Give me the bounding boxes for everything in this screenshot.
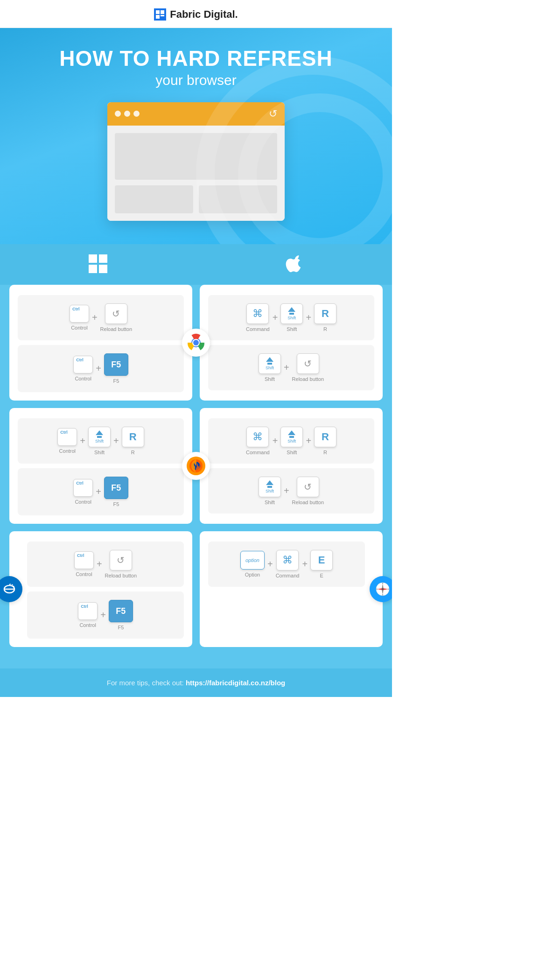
f5-caption: F5 — [113, 378, 119, 384]
footer: For more tips, check out: https://fabric… — [0, 668, 392, 697]
plus-4: + — [306, 312, 311, 323]
firefox-mac-row2: Shift Shift + ↺ Reload button — [208, 468, 374, 514]
shift-caption-1: Shift — [287, 326, 297, 332]
f5-key-text: F5 — [111, 360, 121, 369]
svg-rect-3 — [161, 15, 164, 16]
safari-logo-circle — [370, 576, 392, 602]
firefox-logo-center — [182, 452, 210, 480]
plus-3: + — [273, 312, 278, 323]
chrome-windows-panel: Ctrl Control + ↺ Reload button — [9, 285, 192, 401]
ctrl-caption-ff: Control — [59, 448, 76, 454]
chrome-win-row1: Ctrl Control + ↺ Reload button — [18, 295, 184, 340]
plus-2: + — [96, 363, 101, 374]
browser-dot-2 — [124, 111, 130, 117]
firefox-win-row1: Ctrl Control + Shift — [18, 418, 184, 464]
windows-icon — [0, 253, 196, 277]
chrome-row: Ctrl Control + ↺ Reload button — [9, 285, 383, 401]
reload-caption-2: Reload button — [292, 376, 324, 382]
svg-rect-2 — [156, 15, 160, 19]
chrome-mac-panel: ⌘ Command + Shift Shift — [200, 285, 383, 401]
logo: Fabric Digital. — [154, 8, 238, 21]
hero-section: HOW TO HARD REFRESH your browser ↺ — [0, 28, 392, 244]
shift-caption-2: Shift — [265, 376, 275, 382]
cmd-caption-1: Command — [246, 326, 270, 332]
browser-dot-1 — [115, 111, 121, 117]
reload-icon-key-2: ↺ — [304, 358, 312, 369]
svg-rect-0 — [156, 10, 160, 14]
shift-label-1: Shift — [287, 316, 296, 320]
footer-text: For more tips, check out: — [107, 679, 186, 687]
ie-win-row2: Ctrl Control + F5 F5 — [27, 591, 184, 639]
logo-icon — [154, 8, 166, 21]
plus-1: + — [92, 312, 98, 323]
reload-caption: Reload button — [100, 326, 133, 332]
svg-point-22 — [382, 588, 384, 590]
plus-5: + — [284, 362, 289, 373]
windows-col — [0, 253, 196, 285]
svg-rect-4 — [89, 254, 97, 263]
chrome-logo-center — [182, 329, 210, 357]
ie-windows-panel: Ctrl Control + ↺ Reload button — [9, 531, 192, 647]
chrome-win-row2: Ctrl Control + F5 F5 — [18, 345, 184, 392]
logo-text: Fabric Digital. — [170, 8, 238, 21]
firefox-mac-panel: ⌘ Command + Shift Shift — [200, 408, 383, 524]
chrome-mac-row1: ⌘ Command + Shift Shift — [208, 295, 374, 340]
cmd-icon-1: ⌘ — [252, 308, 263, 320]
svg-rect-6 — [89, 265, 97, 273]
ctrl-label: Ctrl — [72, 307, 80, 311]
browser-dots — [115, 111, 140, 117]
ctrl-caption-2: Control — [75, 376, 91, 381]
reload-icon-key: ↺ — [112, 308, 120, 319]
safari-mac-panel: option Option + ⌘ Command + E — [200, 531, 383, 647]
safari-mac-row1: option Option + ⌘ Command + E — [208, 542, 365, 587]
svg-rect-1 — [161, 10, 164, 14]
shift-label-2: Shift — [266, 366, 274, 370]
firefox-mac-row1: ⌘ Command + Shift Shift — [208, 418, 374, 464]
firefox-row: Ctrl Control + Shift — [9, 408, 383, 524]
os-icons-row — [0, 244, 392, 285]
ctrl-label-2: Ctrl — [76, 358, 84, 362]
firefox-win-row2: Ctrl Control + F5 F5 — [18, 468, 184, 515]
footer-link[interactable]: https://fabricdigital.co.nz/blog — [186, 679, 285, 687]
ie-win-row1: Ctrl Control + ↺ Reload button — [27, 542, 184, 587]
ie-safari-row: Ctrl Control + ↺ Reload button — [9, 531, 383, 647]
option-key-text: option — [245, 557, 259, 563]
chrome-mac-row2: Shift Shift + ↺ Reload button — [208, 345, 374, 390]
browser-dot-3 — [133, 111, 140, 117]
ctrl-caption: Control — [71, 325, 87, 331]
grid-section: Ctrl Control + ↺ Reload button — [0, 285, 392, 668]
firefox-windows-panel: Ctrl Control + Shift — [9, 408, 192, 524]
svg-rect-7 — [99, 265, 107, 273]
r-caption-1: R — [323, 326, 327, 332]
header: Fabric Digital. — [0, 0, 392, 28]
svg-rect-5 — [99, 254, 107, 263]
apple-icon — [196, 253, 392, 277]
ie-logo-circle — [0, 576, 22, 602]
browser-bottom-block-1 — [115, 185, 193, 213]
r-key-1: R — [322, 309, 329, 319]
svg-point-11 — [193, 340, 199, 345]
apple-col — [196, 253, 392, 285]
